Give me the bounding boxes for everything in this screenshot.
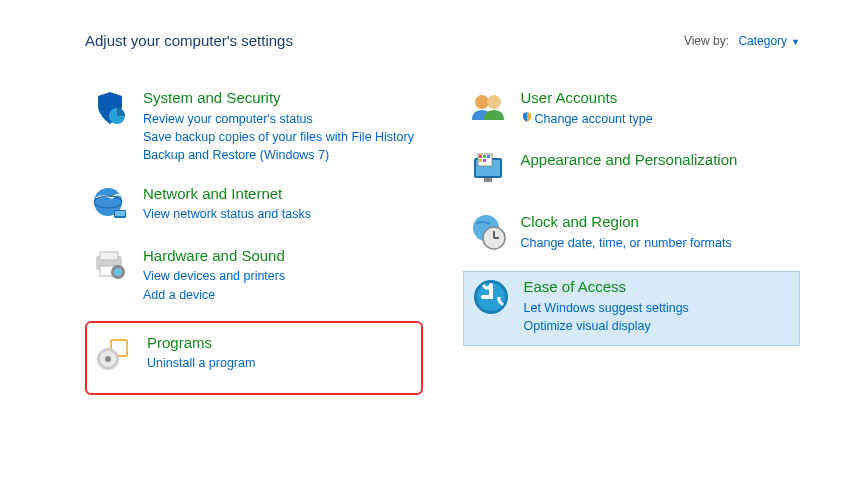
svg-point-9 [114,268,122,276]
link-optimize-display[interactable]: Optimize visual display [524,317,794,335]
ease-of-access-icon [470,277,512,319]
viewby: View by: Category▼ [684,34,800,48]
globe-icon [89,184,131,226]
svg-point-14 [105,356,111,362]
uac-shield-icon [521,110,533,128]
svg-rect-21 [483,155,486,158]
svg-point-16 [487,95,501,109]
category-user-accounts: User Accounts Change account type [463,85,801,133]
category-title-user-accounts[interactable]: User Accounts [521,88,797,108]
link-devices-printers[interactable]: View devices and printers [143,267,419,285]
link-add-device[interactable]: Add a device [143,286,419,304]
link-network-status[interactable]: View network status and tasks [143,205,419,223]
category-title-appearance[interactable]: Appearance and Personalization [521,150,797,170]
viewby-dropdown[interactable]: Category▼ [738,34,800,48]
category-title-system-security[interactable]: System and Security [143,88,419,108]
svg-rect-6 [100,252,118,260]
category-title-hardware[interactable]: Hardware and Sound [143,246,419,266]
monitor-icon [467,150,509,192]
category-title-ease-of-access[interactable]: Ease of Access [524,277,794,297]
link-uninstall[interactable]: Uninstall a program [147,354,415,372]
viewby-value: Category [738,34,787,48]
category-clock-region: Clock and Region Change date, time, or n… [463,209,801,257]
svg-point-15 [475,95,489,109]
link-backup-restore[interactable]: Backup and Restore (Windows 7) [143,146,419,164]
category-ease-of-access: Ease of Access Let Windows suggest setti… [463,271,801,346]
category-title-programs[interactable]: Programs [147,333,415,353]
svg-rect-22 [487,155,490,158]
category-system-security: System and Security Review your computer… [85,85,423,167]
svg-rect-20 [479,155,482,158]
category-programs: Programs Uninstall a program [85,321,423,395]
category-appearance: Appearance and Personalization [463,147,801,195]
link-change-account-type[interactable]: Change account type [521,110,797,129]
chevron-down-icon: ▼ [791,37,800,47]
link-date-time-formats[interactable]: Change date, time, or number formats [521,234,797,252]
printer-icon [89,246,131,288]
users-icon [467,88,509,130]
link-file-history[interactable]: Save backup copies of your files with Fi… [143,128,419,146]
left-column: System and Security Review your computer… [85,85,423,409]
page-title: Adjust your computer's settings [85,32,293,49]
category-title-network[interactable]: Network and Internet [143,184,419,204]
link-review-status[interactable]: Review your computer's status [143,110,419,128]
header-row: Adjust your computer's settings View by:… [85,32,800,49]
category-hardware: Hardware and Sound View devices and prin… [85,243,423,307]
programs-icon [93,333,135,375]
category-network: Network and Internet View network status… [85,181,423,229]
link-suggest-settings[interactable]: Let Windows suggest settings [524,299,794,317]
viewby-label: View by: [684,34,729,48]
svg-rect-4 [115,211,125,216]
shield-icon [89,88,131,130]
svg-rect-24 [483,159,486,162]
svg-rect-23 [479,159,482,162]
right-column: User Accounts Change account type [463,85,801,409]
category-title-clock[interactable]: Clock and Region [521,212,797,232]
link-change-account-type-text: Change account type [535,112,653,126]
svg-rect-25 [484,178,492,182]
clock-globe-icon [467,212,509,254]
